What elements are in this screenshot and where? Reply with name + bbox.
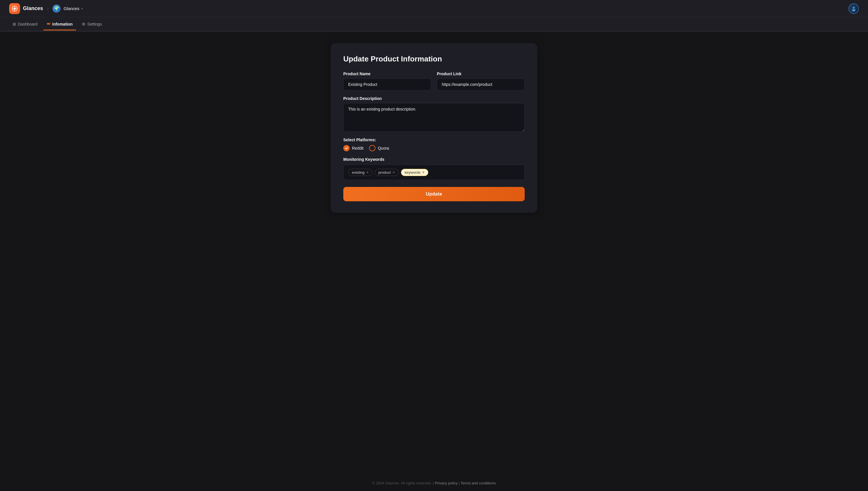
workspace-name: Glances <box>63 6 79 11</box>
dashboard-icon: ⊞ <box>12 22 16 26</box>
product-name-input[interactable] <box>343 78 431 90</box>
keyword-keywords-text: keywords <box>405 170 420 175</box>
breadcrumb-sep: › <box>47 6 49 11</box>
product-name-group: Product Name <box>343 71 431 90</box>
main-content: Update Product Information Product Name … <box>0 32 868 475</box>
reddit-radio-checked <box>343 145 350 151</box>
nav-item-infomation[interactable]: ✏ infomation <box>43 18 77 30</box>
platforms-section: Select Platforms: Reddit Quora <box>343 138 525 151</box>
description-group: Product Description This is an existing … <box>343 96 525 132</box>
header: Glances › 🌍 Glances ⋄ <box>0 0 868 17</box>
svg-point-7 <box>853 7 855 9</box>
footer-privacy-link[interactable]: Privacy policy <box>435 481 457 485</box>
keywords-label: Monitoring Keywords <box>343 157 525 162</box>
workspace-selector[interactable]: 🌍 Glances ⋄ <box>53 5 83 12</box>
infomation-icon: ✏ <box>47 21 51 27</box>
keyword-tag-existing[interactable]: existing × <box>348 169 372 176</box>
nav-infomation-label: infomation <box>52 22 73 26</box>
keyword-product-text: product <box>378 170 391 175</box>
nav-item-dashboard[interactable]: ⊞ Dashboard <box>9 18 41 30</box>
product-link-input[interactable] <box>437 78 525 90</box>
keyword-tag-keywords[interactable]: keywords × <box>401 169 428 176</box>
nav-item-settings[interactable]: ⚙ Settings <box>78 18 106 30</box>
name-link-row: Product Name Product Link <box>343 71 525 90</box>
nav-dashboard-label: Dashboard <box>18 22 38 26</box>
svg-point-1 <box>13 7 16 10</box>
user-avatar[interactable] <box>848 3 859 14</box>
app-name: Glances <box>23 5 43 11</box>
form-title: Update Product Information <box>343 55 525 63</box>
reddit-label: Reddit <box>352 146 363 150</box>
keyword-existing-remove[interactable]: × <box>366 170 368 174</box>
product-link-label: Product Link <box>437 71 525 76</box>
footer: © 2024 Glances. All rights reserved. | P… <box>0 475 868 491</box>
description-textarea[interactable]: This is an existing product description. <box>343 103 525 132</box>
keyword-tag-product[interactable]: product × <box>375 169 399 176</box>
quora-radio-unchecked <box>369 145 376 151</box>
quora-label: Quora <box>378 146 389 150</box>
footer-terms-link[interactable]: Terms and conditions <box>461 481 496 485</box>
keyword-product-remove[interactable]: × <box>393 170 395 174</box>
nav: ⊞ Dashboard ✏ infomation ⚙ Settings <box>0 17 868 31</box>
description-label: Product Description <box>343 96 525 101</box>
logo-icon[interactable] <box>9 3 20 14</box>
keywords-input-area[interactable]: existing × product × keywords × <box>343 165 525 180</box>
nav-settings-label: Settings <box>87 22 102 26</box>
header-left: Glances › 🌍 Glances ⋄ <box>9 3 83 14</box>
keywords-section: Monitoring Keywords existing × product ×… <box>343 157 525 180</box>
settings-icon: ⚙ <box>82 22 86 26</box>
update-button[interactable]: Update <box>343 187 525 201</box>
platforms-row: Reddit Quora <box>343 145 525 151</box>
workspace-chevron: ⋄ <box>81 7 83 11</box>
platform-reddit[interactable]: Reddit <box>343 145 363 151</box>
footer-sep1: | <box>433 481 435 485</box>
footer-sep2: | <box>459 481 461 485</box>
svg-point-8 <box>852 9 856 11</box>
product-link-group: Product Link <box>437 71 525 90</box>
workspace-globe-icon: 🌍 <box>53 5 61 12</box>
keyword-keywords-remove[interactable]: × <box>422 170 424 174</box>
platforms-label: Select Platforms: <box>343 138 525 142</box>
footer-copyright: © 2024 Glances. All rights reserved. <box>372 481 432 485</box>
form-card: Update Product Information Product Name … <box>331 43 537 213</box>
platform-quora[interactable]: Quora <box>369 145 389 151</box>
keyword-existing-text: existing <box>352 170 364 175</box>
product-name-label: Product Name <box>343 71 431 76</box>
